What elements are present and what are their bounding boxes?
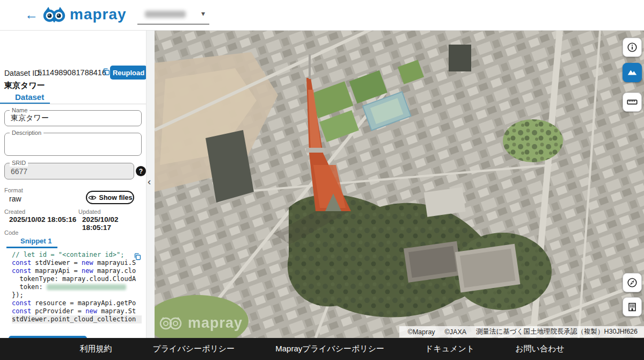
code-line: }); — [12, 291, 142, 299]
map-viewport[interactable]: mapray ©Mapray©JAXA測量法に基づく国土地理院長承認（複製）H3… — [155, 31, 644, 338]
eye-icon — [88, 193, 97, 202]
code-line: token: — [12, 283, 142, 291]
footer-link-0[interactable]: 利用規約 — [79, 344, 112, 354]
footer-nav: 利用規約プライバシーポリシーMaprayプライバシーポリシードキュメントお問い合… — [0, 338, 644, 360]
sidebar-collapse-handle[interactable]: ‹ — [146, 31, 155, 338]
tab-snippet-1[interactable]: Snippet 1 — [20, 237, 52, 245]
code-line: // let id = "<container id>"; — [12, 251, 142, 259]
mapray-cloud-app: ← mapray ▾ Dataset ID: 511498908 — [0, 0, 644, 360]
updated-value: 2025/10/02 18:05:17 — [82, 215, 146, 232]
dataset-sidebar: Dataset ID: 5114989081788416 Reupload 東京… — [0, 31, 146, 338]
format-label: Format — [4, 187, 23, 193]
show-files-label: Show files — [99, 194, 133, 201]
compass-icon — [626, 277, 638, 289]
chevron-left-icon: ‹ — [148, 176, 151, 188]
building-icon — [626, 301, 638, 313]
terrain-button[interactable] — [623, 63, 642, 82]
updated-label: Updated — [78, 208, 101, 215]
description-input[interactable] — [5, 133, 141, 155]
footer-link-4[interactable]: お問い合わせ — [515, 344, 564, 354]
code-line: const stdViewer = new maprayui.S — [12, 259, 142, 267]
terrain-icon — [626, 67, 638, 78]
code-block: // let id = "<container id>";const stdVi… — [12, 251, 142, 326]
snippet-active-underline — [6, 247, 57, 248]
tab-dataset[interactable]: Dataset — [15, 92, 44, 102]
attribution-text: 測量法に基づく国土地理院長承認（複製）H30JHf626 — [476, 327, 638, 336]
show-files-button[interactable]: Show files — [86, 191, 134, 204]
account-selector-redacted-text — [145, 11, 186, 18]
code-line: const pcProvider = new mapray.St — [12, 307, 142, 315]
ruler-button[interactable] — [623, 92, 642, 112]
code-line: tokenType: mapray.cloud.CloudA — [12, 275, 142, 283]
format-value: raw — [9, 195, 21, 203]
header: ← mapray ▾ — [0, 0, 644, 31]
mapray-owl-logo — [42, 5, 67, 26]
created-label: Created — [4, 208, 25, 215]
ruler-icon — [626, 96, 638, 108]
building-button[interactable] — [623, 297, 642, 316]
copy-code-icon[interactable] — [133, 252, 142, 263]
tab-row-border — [0, 104, 146, 104]
description-field: Description — [4, 133, 142, 156]
code-line: const maprayApi = new mapray.clo — [12, 267, 142, 275]
dataset-id-label: Dataset ID: — [4, 69, 42, 77]
dataset-id-value: 5114989081788416 — [38, 68, 106, 77]
info-button[interactable] — [623, 38, 642, 57]
brand-wordmark: mapray — [70, 6, 127, 23]
name-field: Name — [4, 110, 142, 126]
srid-help-icon[interactable]: ? — [136, 166, 146, 176]
compass-button[interactable] — [623, 273, 642, 292]
footer-link-2[interactable]: Maprayプライバシーポリシー — [275, 344, 384, 354]
reupload-button[interactable]: Reupload — [110, 66, 147, 80]
aerial-imagery — [155, 31, 644, 338]
srid-field: SRID — [4, 163, 134, 179]
description-field-label: Description — [10, 129, 43, 136]
name-field-label: Name — [10, 107, 30, 114]
map-attribution: ©Mapray©JAXA測量法に基づく国土地理院長承認（複製）H30JHf626 — [399, 326, 644, 337]
code-line: const resource = maprayApi.getPo — [12, 299, 142, 307]
footer-link-3[interactable]: ドキュメント — [425, 344, 474, 354]
attribution-text: ©Mapray — [408, 328, 435, 336]
chevron-down-icon: ▾ — [201, 9, 205, 18]
code-label: Code — [4, 229, 18, 236]
dataset-title: 東京タワー — [4, 81, 45, 91]
info-icon — [626, 41, 638, 53]
redacted-token — [47, 284, 126, 290]
back-button[interactable]: ← — [25, 6, 38, 23]
account-selector[interactable]: ▾ — [137, 5, 209, 25]
srid-field-label: SRID — [10, 160, 28, 167]
code-line: stdViewer.point_cloud_collection — [12, 315, 142, 323]
created-value: 2025/10/02 18:05:16 — [9, 215, 76, 224]
attribution-text: ©JAXA — [445, 328, 466, 336]
footer-link-1[interactable]: プライバシーポリシー — [152, 344, 235, 354]
